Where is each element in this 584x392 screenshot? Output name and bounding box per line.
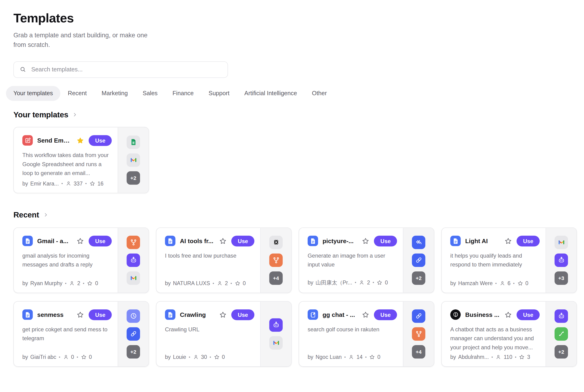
gmail-icon	[554, 236, 568, 249]
template-card[interactable]: Business ... Use A chatbot that acts as …	[441, 301, 577, 366]
favorite-star-button[interactable]	[219, 311, 227, 319]
gmail-icon	[269, 336, 283, 349]
document-icon	[23, 236, 33, 246]
card-author: NATURA LUXS	[173, 280, 210, 286]
favorite-star-button[interactable]	[504, 311, 512, 319]
tab-support[interactable]: Support	[209, 90, 229, 97]
favorite-star-button[interactable]	[362, 311, 370, 319]
template-card[interactable]: senmess Use get price cokget and send me…	[13, 301, 149, 366]
card-footer: by Hamzah Were • 6 • 0	[450, 280, 540, 286]
stars-count: 0	[377, 354, 380, 360]
use-button[interactable]: Use	[232, 309, 254, 320]
favorite-star-button[interactable]	[77, 237, 85, 245]
use-button[interactable]: Use	[89, 236, 112, 246]
use-button[interactable]: Use	[517, 236, 540, 246]
card-author: Ngoc Luan	[316, 354, 342, 360]
card-footer: by Ryan Murphy • 2 • 0	[23, 280, 112, 286]
card-title: Gmail - a...	[37, 237, 75, 244]
document-icon	[165, 310, 176, 320]
card-description: get price cokget and send mess to telegr…	[23, 325, 112, 343]
favorite-star-button[interactable]	[504, 237, 512, 245]
template-card[interactable]: Send Ema... Use This workflow takes data…	[13, 127, 149, 193]
card-author: 山田康太（Pr...	[316, 279, 352, 286]
dot-separator: •	[58, 355, 61, 359]
star-outline-icon	[214, 354, 220, 360]
page-title: Templates	[13, 10, 584, 26]
card-description: A chatbot that acts as a business manage…	[450, 325, 540, 352]
star-outline-icon	[377, 280, 383, 286]
users-icon	[193, 354, 199, 360]
star-outline-icon	[77, 237, 85, 245]
favorite-star-button[interactable]	[77, 311, 85, 319]
users-count: 2	[77, 280, 80, 286]
card-description: it helps you qualify leads and respond t…	[450, 251, 540, 269]
gmail-icon	[127, 271, 140, 285]
tab-other[interactable]: Other	[312, 90, 327, 97]
your-templates-section-header[interactable]: Your templates	[13, 110, 584, 119]
document-icon	[23, 310, 33, 320]
template-card[interactable]: Gmail - a... Use gmail analysis for inco…	[13, 227, 149, 293]
template-card[interactable]: gg chat - ... Use search golf course in …	[299, 301, 434, 366]
search-input[interactable]	[31, 66, 222, 73]
card-title: Send Ema...	[37, 137, 75, 144]
card-description: Generate an image from a user input valu…	[308, 251, 397, 269]
template-card[interactable]: AI tools fr... Use I tools free and low …	[156, 227, 292, 293]
use-button[interactable]: Use	[374, 236, 397, 246]
favorite-star-button[interactable]	[219, 237, 227, 245]
tab-sales[interactable]: Sales	[143, 90, 158, 97]
document-icon	[308, 236, 318, 246]
card-description: search golf course in rakuten	[308, 325, 397, 334]
stars-count: 0	[95, 280, 98, 286]
tab-marketing[interactable]: Marketing	[102, 90, 128, 97]
use-button[interactable]: Use	[89, 309, 112, 320]
star-outline-icon	[517, 280, 523, 286]
tab-your-templates[interactable]: Your templates	[6, 86, 61, 101]
dot-separator: •	[65, 281, 67, 285]
brain-icon	[450, 310, 461, 320]
by-label: by	[450, 280, 456, 286]
dot-separator: •	[365, 355, 367, 359]
dot-separator: •	[514, 355, 516, 359]
use-button[interactable]: Use	[374, 309, 397, 320]
card-author: Abdulrahm...	[458, 354, 489, 360]
by-label: by	[450, 354, 456, 360]
dot-separator: •	[344, 355, 346, 359]
stars-count: 0	[525, 280, 528, 286]
stars-count: 0	[222, 354, 225, 360]
card-title: senmess	[37, 311, 75, 318]
use-button[interactable]: Use	[89, 135, 112, 146]
chevron-right-icon	[72, 112, 78, 117]
dot-separator: •	[491, 355, 493, 359]
dot-separator: •	[354, 280, 356, 285]
users-count: 110	[504, 354, 512, 360]
use-button[interactable]: Use	[232, 236, 254, 246]
users-icon	[348, 354, 354, 360]
card-author: Hamzah Were	[458, 280, 492, 286]
gmail-icon	[127, 153, 140, 166]
recent-section-header[interactable]: Recent	[13, 210, 584, 219]
star-outline-icon	[504, 311, 512, 319]
more-nodes-badge: +2	[127, 345, 140, 358]
favorite-star-button[interactable]	[77, 136, 85, 144]
star-outline-icon	[81, 354, 87, 360]
templates-page: Templates Grab a template and start buil…	[0, 0, 584, 392]
dot-separator: •	[76, 355, 79, 359]
template-card[interactable]: Light AI Use it helps you qualify leads …	[441, 227, 577, 293]
users-icon	[65, 180, 72, 186]
node-icons-strip	[260, 302, 291, 366]
section-title: Recent	[13, 210, 39, 219]
dot-separator: •	[85, 181, 87, 186]
card-footer: by Abdulrahm... • 110 • 3	[450, 354, 540, 360]
stars-count: 0	[385, 280, 388, 286]
more-nodes-badge: +3	[554, 271, 568, 285]
tab-artificial-intelligence[interactable]: Artificial Intelligence	[244, 90, 297, 97]
openai-icon	[269, 236, 283, 249]
schedule-trigger-icon	[127, 309, 140, 322]
use-button[interactable]: Use	[517, 309, 540, 320]
tab-finance[interactable]: Finance	[173, 90, 194, 97]
favorite-star-button[interactable]	[362, 237, 370, 245]
template-card[interactable]: Crawling Use Crawling URL by Louie • 30 …	[156, 301, 292, 366]
recent-cards-grid: Gmail - a... Use gmail analysis for inco…	[13, 227, 584, 366]
tab-recent[interactable]: Recent	[68, 90, 87, 97]
template-card[interactable]: pictyure-... Use Generate an image from …	[299, 227, 434, 293]
